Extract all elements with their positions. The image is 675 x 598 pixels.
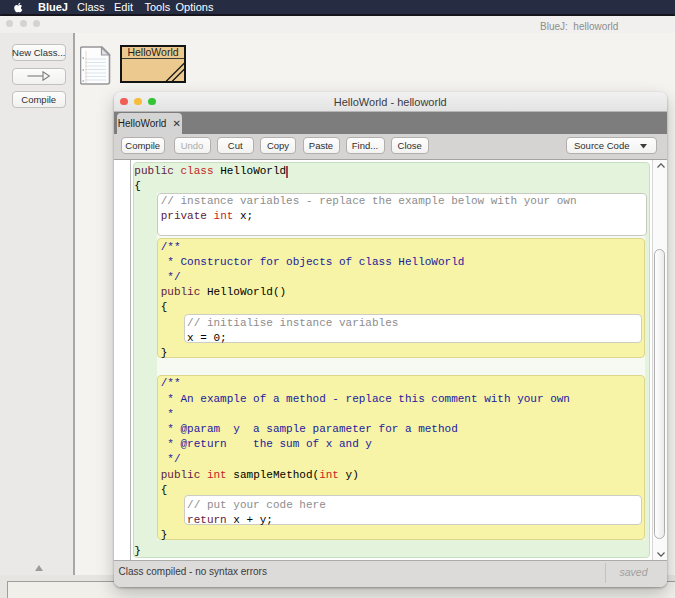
svg-text:HelloWorld: HelloWorld (127, 45, 178, 57)
